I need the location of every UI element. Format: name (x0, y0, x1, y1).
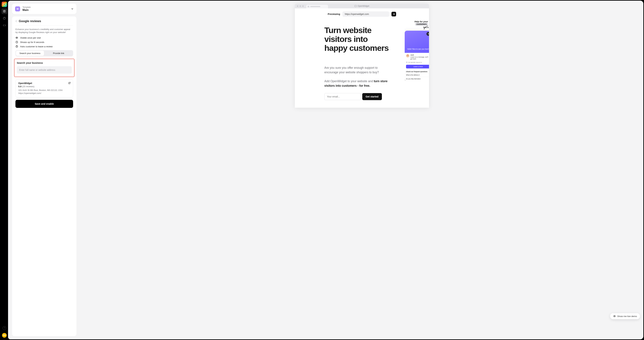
result-rating: 5.0 (20 reviews) (18, 85, 70, 88)
app-logo[interactable] (2, 2, 7, 7)
back-button[interactable] (16, 20, 17, 22)
question-icon (16, 45, 18, 48)
palette-icon (3, 17, 6, 20)
preview-column: OpenWidget Previewing https://openwidget… (80, 1, 252, 133)
svg-point-6 (4, 18, 4, 19)
settings-panel: Google reviews Enhance your business's c… (12, 16, 76, 133)
business-search-input[interactable] (17, 66, 72, 74)
info-row: Asks customer to leave a review (16, 45, 73, 48)
template-badge: M (15, 6, 20, 12)
info-row: Visible once per visit (16, 36, 73, 39)
settings-column: M Template Main Google reviews Enhance (8, 1, 80, 133)
input-mode-tabs: Search your business Provide link (16, 50, 73, 56)
search-business-block: Search your business (14, 59, 74, 77)
template-name: Main (22, 8, 69, 12)
search-heading: Search your business (17, 62, 72, 64)
info-list: Visible once per visit Shows up for 8 se… (16, 36, 73, 48)
result-name: OpenWidget (18, 82, 70, 84)
rail-appearance-button[interactable] (2, 16, 7, 21)
info-row: Shows up for 8 seconds (16, 41, 73, 44)
clock-icon (16, 41, 18, 44)
svg-point-5 (4, 18, 4, 18)
external-link-icon[interactable] (68, 82, 70, 84)
panel-title: Google reviews (19, 20, 41, 23)
result-address: 101 Arch St 8th floor, Boston, MA 02110,… (18, 89, 70, 95)
code-icon (3, 24, 6, 27)
save-enable-button[interactable]: Save and enable (16, 100, 73, 108)
panel-description: Enhance your business's credibility and … (16, 28, 73, 34)
rail-content-button[interactable] (2, 8, 7, 14)
document-icon (3, 10, 6, 12)
tab-search-business[interactable]: Search your business (16, 51, 44, 56)
app-frame: ? PH M Template Main Go (1, 1, 252, 133)
template-selector[interactable]: M Template Main (12, 4, 76, 14)
left-rail: ? PH (1, 1, 8, 133)
chevron-down-icon (71, 8, 74, 10)
eye-icon (16, 36, 18, 39)
svg-point-7 (16, 38, 17, 38)
rail-code-button[interactable] (2, 22, 7, 28)
tab-provide-link[interactable]: Provide link (44, 51, 72, 56)
svg-point-10 (16, 47, 17, 47)
svg-point-4 (4, 18, 4, 18)
template-label: Template (22, 6, 69, 8)
workspace: M Template Main Google reviews Enhance (8, 1, 252, 133)
search-result-card[interactable]: OpenWidget 5.0 (20 reviews) 101 Arch St … (16, 79, 73, 97)
